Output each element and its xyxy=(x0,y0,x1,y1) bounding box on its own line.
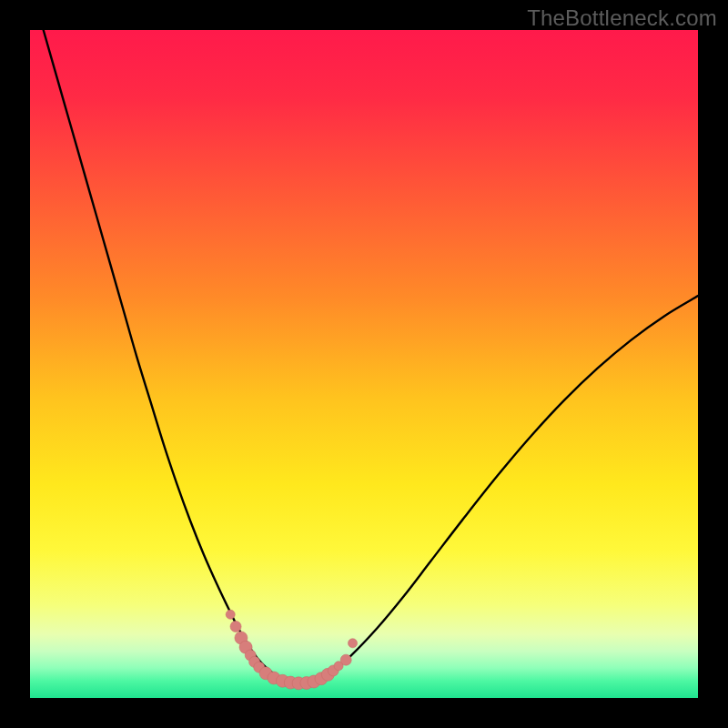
chart-svg xyxy=(30,30,698,698)
data-marker xyxy=(226,610,235,619)
data-marker xyxy=(340,654,351,665)
watermark-text: TheBottleneck.com xyxy=(527,5,717,31)
gradient-backdrop xyxy=(30,30,698,698)
data-marker xyxy=(230,621,241,632)
plot-area xyxy=(30,30,698,698)
chart-frame: TheBottleneck.com xyxy=(0,0,728,728)
data-marker xyxy=(349,639,358,648)
